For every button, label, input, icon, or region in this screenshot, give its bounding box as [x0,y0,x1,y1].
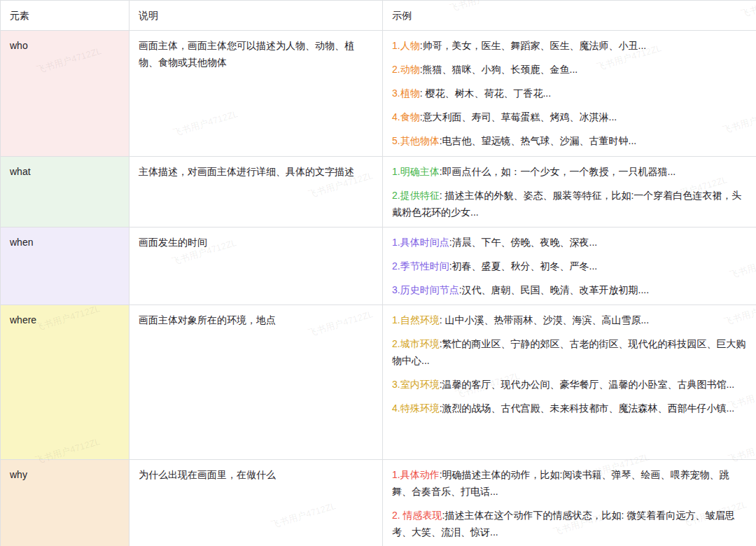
example-category-label: 2. 情感表现 [392,510,442,521]
example-category-label: 1.人物 [392,40,420,51]
element-cell-when: when [1,227,130,305]
examples-cell-where: 1.自然环境: 山中小溪、热带雨林、沙漠、海滨、高山雪原...2.城市环境:繁忙… [383,305,756,460]
example-item: 2.季节性时间:初春、盛夏、秋分、初冬、严冬... [392,258,747,274]
element-cell-where: where [1,305,130,460]
example-item: 1.明确主体:即画点什么，如：一个少女，一个教授，一只机器猫... [392,163,747,180]
example-category-label: 5.其他物体 [392,135,440,146]
example-text: :汉代、唐朝、民国、晚清、改革开放初期.... [459,284,649,295]
description-cell-when: 画面发生的时间 [130,227,383,305]
example-item: 1.具体时间点:清晨、下午、傍晚、夜晚、深夜... [392,234,747,251]
example-category-label: 1.具体时间点 [392,237,449,248]
example-text: :清晨、下午、傍晚、夜晚、深夜... [449,237,598,248]
table-row-where: where画面主体对象所在的环境，地点1.自然环境: 山中小溪、热带雨林、沙漠、… [1,305,756,460]
description-text: 为什么出现在画面里，在做什么 [139,466,373,483]
example-item: 2.提供特征: 描述主体的外貌、姿态、服装等特征，比如:一个穿着白色连衣裙，头戴… [392,187,747,220]
example-category-label: 4.食物 [392,111,420,122]
example-text: : 樱花、树木、荷花、丁香花... [420,88,551,99]
example-item: 1.自然环境: 山中小溪、热带雨林、沙漠、海滨、高山雪原... [392,312,747,328]
example-category-label: 2.季节性时间 [392,260,449,272]
prompt-elements-table: 元素 说明 示例 who画面主体，画面主体您可以描述为人物、动物、植物、食物或其… [0,0,756,546]
examples-cell-why: 1.具体动作:明确描述主体的动作，比如:阅读书籍、弹琴、绘画、喂养宠物、跳舞、合… [383,460,756,546]
description-text: 主体描述，对画面主体进行详细、具体的文字描述 [139,163,373,180]
example-category-label: 1.明确主体 [392,166,440,177]
element-cell-what: what [1,157,130,227]
description-cell-what: 主体描述，对画面主体进行详细、具体的文字描述 [130,157,383,227]
example-text: :帅哥，美女，医生、舞蹈家、医生、魔法师、小丑... [420,40,647,51]
column-header-description: 说明 [130,1,383,31]
example-text: :电吉他、望远镜、热气球、沙漏、古董时钟... [440,135,637,146]
example-category-label: 1.具体动作 [392,469,440,480]
element-cell-who: who [1,31,130,157]
examples-cell-who: 1.人物:帅哥，美女，医生、舞蹈家、医生、魔法师、小丑...2.动物:熊猫、猫咪… [383,31,756,157]
examples-cell-what: 1.明确主体:即画点什么，如：一个少女，一个教授，一只机器猫...2.提供特征:… [383,157,756,227]
table-row-who: who画面主体，画面主体您可以描述为人物、动物、植物、食物或其他物体1.人物:帅… [1,31,756,157]
table-row-why: why为什么出现在画面里，在做什么1.具体动作:明确描述主体的动作，比如:阅读书… [1,460,756,546]
example-category-label: 4.特殊环境 [392,402,440,414]
column-header-element: 元素 [1,1,130,31]
description-cell-why: 为什么出现在画面里，在做什么 [130,460,383,546]
example-item: 4.食物:意大利面、寿司、草莓蛋糕、烤鸡、冰淇淋... [392,108,747,125]
table-header-row: 元素 说明 示例 [1,1,756,31]
example-category-label: 2.提供特征 [392,190,440,201]
example-item: 3.植物: 樱花、树木、荷花、丁香花... [392,85,747,102]
description-cell-where: 画面主体对象所在的环境，地点 [130,305,383,460]
example-text: :激烈的战场、古代宫殿、未来科技都市、魔法森林、西部牛仔小镇... [440,402,735,414]
example-item: 3.室内环境:温馨的客厅、现代办公间、豪华餐厅、温馨的小卧室、古典图书馆... [392,376,747,393]
example-category-label: 1.自然环境 [392,314,440,326]
description-text: 画面发生的时间 [139,234,373,251]
example-item: 4.特殊环境:激烈的战场、古代宫殿、未来科技都市、魔法森林、西部牛仔小镇... [392,400,747,416]
element-cell-why: why [1,460,130,546]
table-row-when: when画面发生的时间1.具体时间点:清晨、下午、傍晚、夜晚、深夜...2.季节… [1,227,756,305]
example-text: : 描述主体的外貌、姿态、服装等特征，比如:一个穿着白色连衣裙，头戴粉色花环的少… [392,190,741,218]
example-text: : 山中小溪、热带雨林、沙漠、海滨、高山雪原... [440,314,649,326]
example-text: :温馨的客厅、现代办公间、豪华餐厅、温馨的小卧室、古典图书馆... [440,379,735,390]
example-text: :初春、盛夏、秋分、初冬、严冬... [449,260,598,272]
description-text: 画面主体，画面主体您可以描述为人物、动物、植物、食物或其他物体 [139,37,373,71]
example-text: :描述主体在这个动作下的情感状态，比如: 微笑着看向远方、皱眉思考、大笑、流泪、… [392,510,734,538]
example-item: 1.人物:帅哥，美女，医生、舞蹈家、医生、魔法师、小丑... [392,37,747,54]
example-category-label: 3.历史时间节点 [392,284,459,295]
example-category-label: 2.动物 [392,64,420,75]
example-category-label: 3.植物 [392,88,420,99]
example-text: :意大利面、寿司、草莓蛋糕、烤鸡、冰淇淋... [420,111,617,122]
example-item: 2.城市环境:繁忙的商业区、宁静的郊区、古老的街区、现代化的科技园区、巨大购物中… [392,335,747,369]
description-text: 画面主体对象所在的环境，地点 [139,312,373,328]
table-row-what: what主体描述，对画面主体进行详细、具体的文字描述1.明确主体:即画点什么，如… [1,157,756,227]
example-item: 1.具体动作:明确描述主体的动作，比如:阅读书籍、弹琴、绘画、喂养宠物、跳舞、合… [392,466,747,500]
document-page: 元素 说明 示例 who画面主体，画面主体您可以描述为人物、动物、植物、食物或其… [0,0,756,546]
example-item: 3.历史时间节点:汉代、唐朝、民国、晚清、改革开放初期.... [392,281,747,298]
example-category-label: 3.室内环境 [392,379,440,390]
example-text: :熊猫、猫咪、小狗、长颈鹿、金鱼... [420,64,578,75]
example-item: 5.其他物体:电吉他、望远镜、热气球、沙漏、古董时钟... [392,132,747,149]
example-text: :繁忙的商业区、宁静的郊区、古老的街区、现代化的科技园区、巨大购物中心... [392,338,746,366]
example-text: :即画点什么，如：一个少女，一个教授，一只机器猫... [440,166,676,177]
description-cell-who: 画面主体，画面主体您可以描述为人物、动物、植物、食物或其他物体 [130,31,383,157]
example-item: 2. 情感表现:描述主体在这个动作下的情感状态，比如: 微笑着看向远方、皱眉思考… [392,507,747,540]
example-category-label: 2.城市环境 [392,338,440,349]
example-item: 2.动物:熊猫、猫咪、小狗、长颈鹿、金鱼... [392,61,747,78]
example-text: :明确描述主体的动作，比如:阅读书籍、弹琴、绘画、喂养宠物、跳舞、合奏音乐、打电… [392,469,729,497]
examples-cell-when: 1.具体时间点:清晨、下午、傍晚、夜晚、深夜...2.季节性时间:初春、盛夏、秋… [383,227,756,305]
column-header-example: 示例 [383,1,756,31]
